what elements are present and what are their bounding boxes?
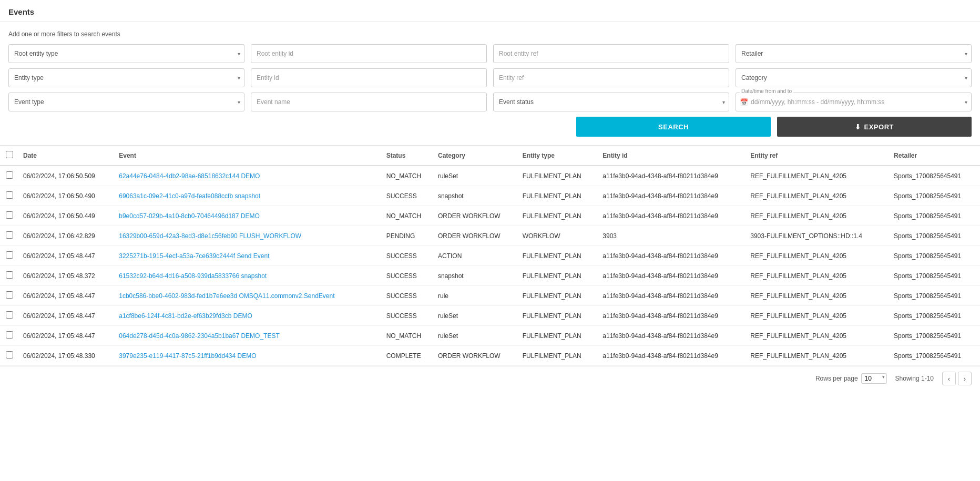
root-entity-id-field (251, 44, 487, 63)
root-entity-ref-input[interactable] (493, 44, 729, 63)
row-checkbox-cell (0, 226, 19, 246)
row-checkbox-cell (0, 266, 19, 286)
row-entity-id: a11fe3b0-94ad-4348-af84-f80211d384e9 (598, 286, 746, 306)
row-category: ruleSet (434, 306, 518, 326)
row-category: snapshot (434, 266, 518, 286)
entity-type-field: Entity type ▾ (8, 68, 244, 87)
row-checkbox-cell (0, 286, 19, 306)
row-checkbox[interactable] (6, 191, 13, 199)
row-checkbox-cell (0, 186, 19, 206)
row-entity-ref: REF_FULFILLMENT_PLAN_4205 (746, 246, 890, 266)
event-link[interactable]: 61532c92-b64d-4d16-a508-939da5833766 sna… (119, 272, 267, 280)
row-status: PENDING (382, 226, 434, 246)
row-date: 06/02/2024, 17:06:50.509 (19, 166, 115, 186)
event-status-select[interactable]: Event status (493, 93, 729, 111)
col-event: Event (115, 146, 382, 166)
row-event: 62a44e76-0484-4db2-98ae-68518632c144 DEM… (115, 166, 382, 186)
event-link[interactable]: 69063a1c-09e2-41c0-a97d-feafe088ccfb sna… (119, 192, 260, 200)
export-icon: ⬇ (855, 123, 861, 131)
row-status: NO_MATCH (382, 166, 434, 186)
next-page-button[interactable]: › (958, 372, 972, 385)
row-checkbox[interactable] (6, 171, 13, 179)
datetime-field: Date/time from and to 📅 ▾ (736, 93, 972, 111)
col-retailer: Retailer (890, 146, 980, 166)
filter-hint: Add one or more filters to search events (8, 30, 972, 38)
row-entity-id: a11fe3b0-94ad-4348-af84-f80211d384e9 (598, 326, 746, 346)
entity-id-input[interactable] (251, 68, 487, 87)
row-retailer: Sports_1700825645491 (890, 306, 980, 326)
row-checkbox-cell (0, 346, 19, 366)
event-link[interactable]: 3225271b-1915-4ecf-a53a-7ce639c2444f Sen… (119, 252, 269, 260)
datetime-label: Date/time from and to (740, 88, 793, 94)
row-checkbox[interactable] (6, 331, 13, 339)
event-link[interactable]: b9e0cd57-029b-4a10-8cb0-70464496d187 DEM… (119, 212, 260, 220)
row-checkbox[interactable] (6, 211, 13, 219)
row-status: SUCCESS (382, 286, 434, 306)
row-checkbox[interactable] (6, 291, 13, 299)
entity-type-select[interactable]: Entity type (8, 68, 244, 87)
row-checkbox-cell (0, 166, 19, 186)
row-event: 69063a1c-09e2-41c0-a97d-feafe088ccfb sna… (115, 186, 382, 206)
event-name-field (251, 93, 487, 111)
row-retailer: Sports_1700825645491 (890, 166, 980, 186)
event-link[interactable]: 16329b00-659d-42a3-8ed3-d8e1c56feb90 FLU… (119, 232, 301, 240)
root-entity-type-select[interactable]: Root entity type (8, 44, 244, 63)
event-name-input[interactable] (251, 93, 487, 111)
event-status-field: Event status ▾ (493, 93, 729, 111)
event-link[interactable]: 3979e235-e119-4417-87c5-21ff1b9dd434 DEM… (119, 352, 256, 360)
table-row: 06/02/2024, 17:06:42.829 16329b00-659d-4… (0, 226, 980, 246)
row-entity-ref: REF_FULFILLMENT_PLAN_4205 (746, 186, 890, 206)
row-event: 61532c92-b64d-4d16-a508-939da5833766 sna… (115, 266, 382, 286)
col-entity-type: Entity type (518, 146, 599, 166)
prev-page-button[interactable]: ‹ (942, 372, 956, 385)
row-status: NO_MATCH (382, 206, 434, 226)
category-select[interactable]: Category (736, 68, 972, 87)
table-row: 06/02/2024, 17:05:48.372 61532c92-b64d-4… (0, 266, 980, 286)
entity-ref-input[interactable] (493, 68, 729, 87)
table-section: Date Event Status Category Entity type E… (0, 146, 980, 366)
row-entity-type: FULFILMENT_PLAN (518, 306, 599, 326)
row-entity-ref: REF_FULFILLMENT_PLAN_4205 (746, 346, 890, 366)
search-button[interactable]: SEARCH (576, 117, 771, 137)
row-event: 1cb0c586-bbe0-4602-983d-fed1b7e6ee3d OMS… (115, 286, 382, 306)
row-checkbox-cell (0, 306, 19, 326)
row-status: SUCCESS (382, 306, 434, 326)
table-row: 06/02/2024, 17:05:48.447 a1cf8be6-124f-4… (0, 306, 980, 326)
row-entity-ref: REF_FULFILLMENT_PLAN_4205 (746, 206, 890, 226)
row-category: ruleSet (434, 166, 518, 186)
retailer-select[interactable]: Retailer (736, 44, 972, 63)
rows-per-page-label: Rows per page (815, 375, 858, 382)
row-checkbox[interactable] (6, 311, 13, 319)
row-entity-type: FULFILMENT_PLAN (518, 286, 599, 306)
root-entity-id-input[interactable] (251, 44, 487, 63)
row-checkbox[interactable] (6, 271, 13, 279)
row-entity-type: FULFILMENT_PLAN (518, 326, 599, 346)
row-entity-type: FULFILMENT_PLAN (518, 166, 599, 186)
row-date: 06/02/2024, 17:06:42.829 (19, 226, 115, 246)
event-link[interactable]: 064de278-d45d-4c0a-9862-2304a5b1ba67 DEM… (119, 332, 280, 340)
row-retailer: Sports_1700825645491 (890, 326, 980, 346)
event-link[interactable]: 1cb0c586-bbe0-4602-983d-fed1b7e6ee3d OMS… (119, 292, 334, 300)
root-entity-ref-field (493, 44, 729, 63)
row-status: SUCCESS (382, 246, 434, 266)
filter-section: Add one or more filters to search events… (0, 22, 980, 146)
export-button[interactable]: ⬇ EXPORT (777, 117, 972, 137)
datetime-input[interactable] (736, 93, 972, 111)
entity-id-field (251, 68, 487, 87)
row-status: SUCCESS (382, 266, 434, 286)
row-retailer: Sports_1700825645491 (890, 226, 980, 246)
rows-per-page-select[interactable]: 10 25 50 100 (861, 373, 887, 384)
row-entity-id: 3903 (598, 226, 746, 246)
row-entity-type: FULFILMENT_PLAN (518, 266, 599, 286)
row-entity-id: a11fe3b0-94ad-4348-af84-f80211d384e9 (598, 186, 746, 206)
event-type-select[interactable]: Event type (8, 93, 244, 111)
row-date: 06/02/2024, 17:05:48.447 (19, 286, 115, 306)
row-date: 06/02/2024, 17:05:48.447 (19, 306, 115, 326)
row-checkbox[interactable] (6, 351, 13, 359)
select-all-checkbox[interactable] (6, 151, 13, 158)
row-checkbox-cell (0, 326, 19, 346)
event-link[interactable]: 62a44e76-0484-4db2-98ae-68518632c144 DEM… (119, 172, 260, 180)
event-link[interactable]: a1cf8be6-124f-4c81-bd2e-ef63b29fd3cb DEM… (119, 312, 252, 320)
row-checkbox[interactable] (6, 231, 13, 239)
row-checkbox[interactable] (6, 251, 13, 259)
